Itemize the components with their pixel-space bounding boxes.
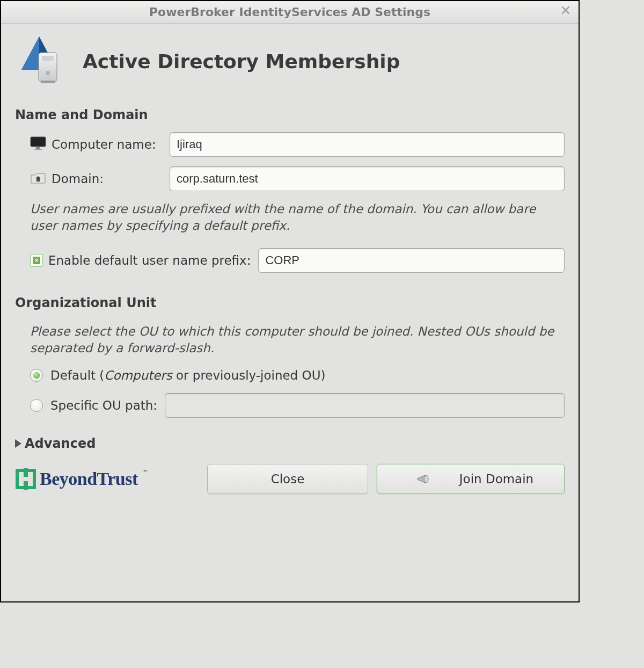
advanced-label: Advanced: [25, 436, 96, 451]
titlebar: PowerBroker IdentityServices AD Settings: [1, 1, 579, 24]
svg-rect-8: [34, 149, 42, 150]
advanced-expander[interactable]: Advanced: [15, 436, 565, 451]
section-ou: Organizational Unit: [15, 295, 565, 310]
chevron-right-icon: [15, 439, 21, 448]
close-icon[interactable]: [560, 5, 571, 16]
computer-name-label: Computer name:: [52, 137, 156, 151]
close-button[interactable]: Close: [207, 464, 368, 494]
svg-point-15: [424, 475, 428, 483]
svg-marker-1: [21, 37, 39, 70]
megaphone-icon: [416, 472, 433, 486]
svg-rect-10: [36, 178, 40, 181]
page-title: Active Directory Membership: [83, 50, 400, 72]
window-title: PowerBroker IdentityServices AD Settings: [149, 5, 430, 19]
svg-rect-3: [42, 56, 54, 61]
section-name-domain: Name and Domain: [15, 107, 565, 122]
svg-rect-12: [24, 468, 28, 477]
svg-rect-7: [36, 147, 40, 149]
domain-label: Domain:: [52, 172, 104, 186]
app-icon: [15, 34, 69, 88]
svg-rect-5: [41, 81, 55, 83]
svg-rect-6: [31, 137, 46, 147]
svg-rect-13: [24, 481, 28, 490]
ou-specific-label: Specific OU path:: [50, 398, 157, 412]
enable-prefix-checkbox[interactable]: ✕: [30, 254, 43, 267]
enable-prefix-label: Enable default user name prefix:: [48, 253, 251, 267]
ou-specific-radio[interactable]: [30, 399, 43, 412]
computer-name-input[interactable]: [170, 132, 565, 157]
domain-input[interactable]: [170, 166, 565, 191]
ou-help: Please select the OU to which this compu…: [30, 323, 565, 357]
folder-home-icon: [30, 171, 46, 187]
prefix-input[interactable]: [258, 248, 565, 273]
name-domain-help: User names are usually prefixed with the…: [30, 201, 565, 234]
monitor-icon: [30, 136, 46, 153]
settings-dialog: PowerBroker IdentityServices AD Settings: [0, 0, 580, 602]
ou-path-input[interactable]: [165, 393, 565, 418]
ou-default-label: Default (Computers or previously-joined …: [50, 368, 325, 382]
join-domain-button[interactable]: Join Domain: [377, 464, 565, 494]
ou-default-radio[interactable]: [30, 369, 43, 382]
svg-point-4: [46, 71, 50, 75]
brand-logo: BeyondTrust™: [15, 468, 199, 490]
